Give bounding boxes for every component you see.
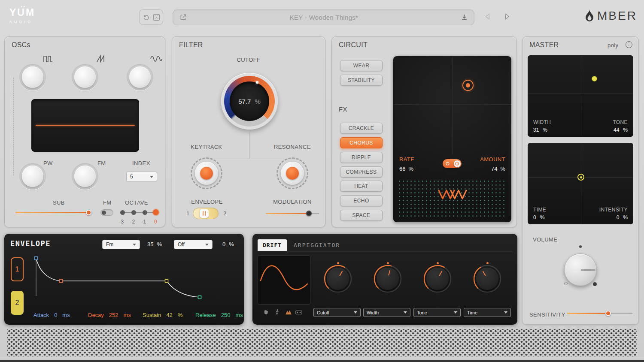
octave-rail [123,212,157,213]
osc2-knob[interactable] [72,64,98,90]
sub-slider[interactable] [15,209,91,215]
sustain-handle[interactable] [165,280,168,283]
cutoff-knob[interactable]: 57.7 % [221,73,278,130]
fx-compress-button[interactable]: COMPRESS [340,166,383,178]
master-panel: MASTER poly ⋮ WIDTH 31 % TONE 44 % TIME [522,36,639,325]
drift-knob-1[interactable] [327,268,349,290]
attack-handle[interactable] [35,257,38,260]
tab-drift[interactable]: DRIFT [258,239,287,251]
terrain-icon[interactable] [285,309,292,315]
time-intensity-pad[interactable]: TIME 0 % INTENSITY 0 % [528,143,633,224]
decay-handle[interactable] [60,280,63,283]
pw-knob[interactable] [19,163,46,190]
drift-knob-1-pointer [339,271,343,276]
wear-button[interactable]: WEAR [340,60,383,71]
drift-knob-4[interactable] [476,268,498,290]
drift-target-select-4[interactable]: Time [464,308,511,317]
octave-dot-minus2[interactable] [131,210,136,215]
preset-name[interactable]: KEY - Wooden Things* [187,14,461,21]
voice-mode-select[interactable]: poly [608,42,618,48]
envelope-toggle-handle [200,209,209,218]
save-icon[interactable] [461,14,468,21]
export-icon[interactable] [179,13,187,21]
envelope-panel: ENVELOPE Fm 35 % Off 0 % 1 2 Attac [4,234,244,325]
sine-wave-icon [150,54,163,63]
fx-heat-button[interactable]: HEAT [340,181,383,192]
fx-ripple-button[interactable]: RIPPLE [340,152,383,163]
pulse-wave-icon [43,54,55,63]
tape-icon[interactable] [295,310,302,315]
index-select-value: 5 [130,174,133,180]
envelope-curve-display[interactable] [28,253,243,311]
env-mod2-number: 0 [222,241,225,247]
octave-dot-zero[interactable] [153,209,159,215]
release-handle[interactable] [198,296,201,299]
index-label: INDEX [132,160,150,166]
pw-label: PW [43,160,53,166]
drift-knob-3[interactable] [426,268,449,290]
keytrack-knob[interactable] [191,157,222,189]
stability-button[interactable]: STABILITY [340,75,383,86]
osc1-knob-body [22,66,43,88]
undo-icon[interactable] [143,14,150,21]
osc3-knob[interactable] [127,64,153,90]
drift-target-select-1[interactable]: Cutoff [313,308,361,317]
index-select[interactable]: 5 [126,172,157,182]
env-mod1-select[interactable]: Fm [102,240,140,249]
window-bottom-edge [0,360,644,362]
time-label: TIME [533,207,546,213]
cutoff-unit: % [255,98,260,105]
cutoff-knob-ring: 57.7 % [224,76,275,127]
envelope-tab-1[interactable]: 1 [11,257,24,281]
width-tone-pad[interactable]: WIDTH 31 % TONE 44 % [528,55,633,137]
fx-xy-handle-dot [466,83,470,87]
fx-space-button[interactable]: SPACE [340,210,383,221]
fx-xy-handle[interactable] [462,80,474,91]
info-icon[interactable]: ⋮ [626,41,632,48]
ember-plugin-window: YUM AUDIO KEY - Wooden Things* [0,0,644,362]
history-controls [139,9,163,25]
octave-dot-minus1[interactable] [143,210,147,215]
fx-echo-button[interactable]: ECHO [340,195,383,206]
envelope-option-2[interactable]: 2 [223,210,227,217]
preset-browser-bar[interactable]: KEY - Wooden Things* [173,9,474,25]
osc1-knob[interactable] [19,64,46,90]
octave-dot-minus3[interactable] [120,210,125,215]
intensity-value: 0 % [617,214,628,220]
fm-knob[interactable] [72,163,98,190]
width-value: 31 % [533,127,547,133]
filter-title: FILTER [179,41,203,49]
envelope-title: ENVELOPE [10,239,51,248]
drift-target-select-3[interactable]: Tone [413,308,461,317]
grab-icon[interactable] [263,309,269,315]
tab-arpeggiator[interactable]: ARPEGGIATOR [294,242,340,248]
envelope-option-1[interactable]: 1 [186,210,190,217]
fx-crackle-button[interactable]: CRACKLE [340,123,383,134]
modulation-slider[interactable] [266,210,319,216]
drift-target-select-2[interactable]: Width [363,308,410,317]
modulation-slider-handle[interactable] [306,211,312,216]
walk-icon[interactable] [274,309,280,315]
sensitivity-slider-handle[interactable] [605,311,611,316]
drift-knob-2[interactable] [377,268,399,290]
resonance-knob[interactable] [276,157,308,189]
width-tone-handle[interactable] [592,76,597,81]
attack-unit: ms [62,312,70,318]
resonance-knob-center [286,167,299,180]
drift-knob-2-group [373,264,403,294]
env-mod2-select[interactable]: Off [174,240,213,249]
randomize-dice-icon[interactable] [153,14,160,21]
sub-slider-handle[interactable] [86,210,91,215]
envelope-tab-2[interactable]: 2 [11,291,24,315]
fx-chorus-button[interactable]: CHORUS [340,137,383,148]
fx-power-toggle[interactable] [443,159,462,168]
fm-toggle[interactable] [100,209,113,216]
prev-preset-icon[interactable] [484,13,491,20]
sensitivity-slider[interactable] [567,310,632,316]
oscilloscope-waveform [36,125,135,126]
envelope-select-toggle[interactable] [193,208,219,219]
volume-knob[interactable] [564,253,597,286]
time-intensity-handle[interactable] [577,174,584,181]
next-preset-icon[interactable] [504,13,510,20]
chevron-down-icon [454,311,457,314]
